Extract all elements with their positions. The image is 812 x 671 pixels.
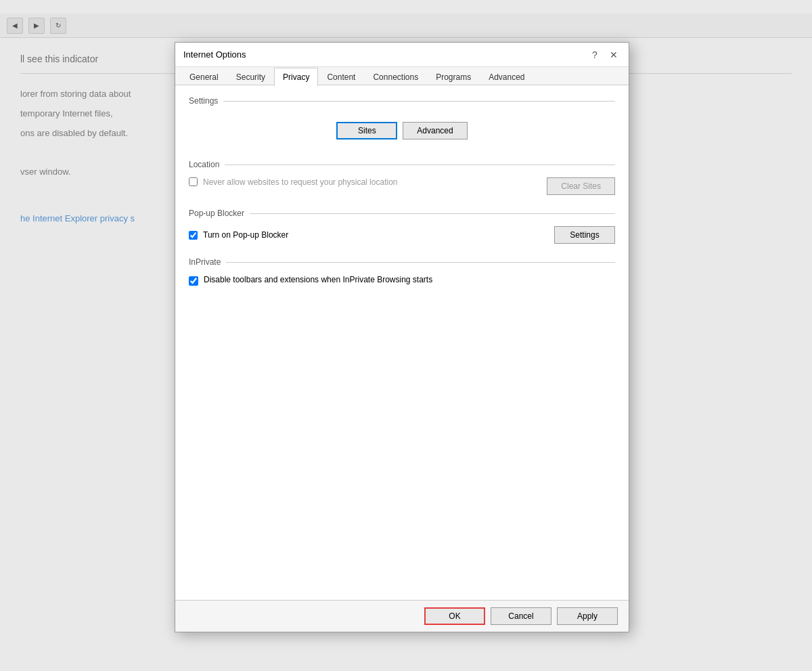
inprivate-header: InPrivate [189, 257, 615, 267]
inprivate-section: InPrivate Disable toolbars and extension… [189, 257, 615, 286]
popup-left: Turn on Pop-up Blocker [189, 230, 288, 240]
popup-header: Pop-up Blocker [189, 209, 615, 218]
titlebar-controls: ? ✕ [588, 48, 621, 62]
inprivate-checkbox-label: Disable toolbars and extensions when InP… [204, 275, 432, 284]
location-header: Location [189, 160, 615, 169]
settings-header: Settings [189, 96, 615, 106]
tab-security[interactable]: Security [227, 68, 274, 86]
popup-label: Pop-up Blocker [189, 209, 244, 218]
popup-row: Turn on Pop-up Blocker Settings [189, 226, 615, 244]
popup-settings-button[interactable]: Settings [554, 226, 615, 244]
dialog-titlebar: Internet Options ? ✕ [175, 43, 629, 67]
sites-button[interactable]: Sites [336, 122, 397, 139]
close-button[interactable]: ✕ [607, 48, 621, 62]
settings-section: Settings Sites Advanced [189, 96, 615, 148]
advanced-button[interactable]: Advanced [403, 122, 467, 139]
tab-programs[interactable]: Programs [427, 68, 480, 86]
tab-bar: General Security Privacy Content Connect… [175, 67, 629, 85]
help-button[interactable]: ? [588, 48, 602, 62]
clear-sites-button[interactable]: Clear Sites [547, 177, 615, 195]
popup-checkbox-label: Turn on Pop-up Blocker [203, 230, 288, 240]
inprivate-row: Disable toolbars and extensions when InP… [189, 275, 615, 286]
dialog-footer: OK Cancel Apply [175, 600, 629, 632]
location-section: Location Never allow websites to request… [189, 160, 615, 195]
cancel-button[interactable]: Cancel [491, 607, 551, 625]
location-label: Location [189, 160, 219, 169]
inprivate-divider [226, 262, 615, 263]
apply-button[interactable]: Apply [557, 607, 618, 625]
settings-buttons: Sites Advanced [189, 114, 615, 148]
inprivate-label: InPrivate [189, 257, 221, 267]
settings-label: Settings [189, 96, 218, 106]
location-checkbox[interactable] [189, 177, 198, 186]
popup-checkbox[interactable] [189, 231, 198, 240]
inprivate-checkbox[interactable] [189, 276, 198, 286]
settings-divider [223, 101, 615, 102]
tab-privacy[interactable]: Privacy [274, 68, 318, 86]
location-row: Never allow websites to request your phy… [189, 177, 615, 195]
popup-divider [250, 213, 615, 214]
dialog-body: Settings Sites Advanced Location Never a… [175, 85, 629, 600]
tab-content[interactable]: Content [318, 68, 364, 86]
dialog-title: Internet Options [183, 49, 246, 60]
location-left: Never allow websites to request your phy… [189, 177, 397, 187]
location-divider [225, 165, 615, 165]
popup-section: Pop-up Blocker Turn on Pop-up Blocker Se… [189, 209, 615, 244]
tab-connections[interactable]: Connections [364, 68, 427, 86]
tab-advanced[interactable]: Advanced [480, 68, 533, 86]
internet-options-dialog: Internet Options ? ✕ General Security Pr… [175, 42, 629, 632]
tab-general[interactable]: General [181, 68, 227, 86]
location-checkbox-label: Never allow websites to request your phy… [203, 177, 397, 187]
ok-button[interactable]: OK [424, 607, 485, 625]
